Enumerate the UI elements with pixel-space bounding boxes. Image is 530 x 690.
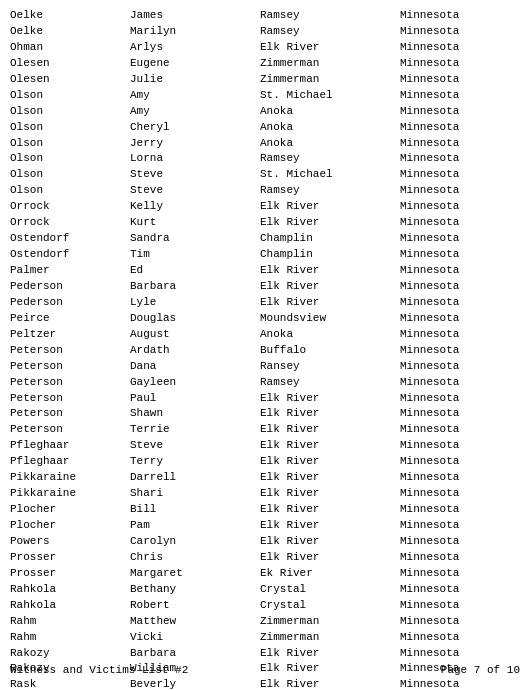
table-row: PetersonPaulElk RiverMinnesota [10,391,520,407]
table-row: OlsonAmySt. MichaelMinnesota [10,88,520,104]
table-row: OlesenJulieZimmermanMinnesota [10,72,520,88]
table-row: PikkaraineDarrellElk RiverMinnesota [10,470,520,486]
table-row: OhmanArlysElk RiverMinnesota [10,40,520,56]
table-row: RahkolaRobertCrystalMinnesota [10,598,520,614]
footer-title: Witness and Victims List #2 [10,664,188,676]
table-row: PowersCarolynElk RiverMinnesota [10,534,520,550]
table-row: ProsserChrisElk RiverMinnesota [10,550,520,566]
table-row: OlsonAmyAnokaMinnesota [10,104,520,120]
table-row: OstendorfTimChamplinMinnesota [10,247,520,263]
table-row: PeirceDouglasMoundsviewMinnesota [10,311,520,327]
footer-page: Page 7 of 10 [441,664,520,676]
table-row: PedersonBarbaraElk RiverMinnesota [10,279,520,295]
table-row: PetersonTerrieElk RiverMinnesota [10,422,520,438]
table-row: PlocherBillElk RiverMinnesota [10,502,520,518]
table-row: PlocherPamElk RiverMinnesota [10,518,520,534]
table-row: PfleghaarTerryElk RiverMinnesota [10,454,520,470]
table-row: OelkeJamesRamseyMinnesota [10,8,520,24]
table-row: RahmVickiZimmermanMinnesota [10,630,520,646]
table-row: PeltzerAugustAnokaMinnesota [10,327,520,343]
footer: Witness and Victims List #2 Page 7 of 10 [10,664,520,676]
table-row: PetersonShawnElk RiverMinnesota [10,406,520,422]
table-row: OlsonJerryAnokaMinnesota [10,136,520,152]
table-row: PfleghaarSteveElk RiverMinnesota [10,438,520,454]
table-row: ProsserMargaretEk RiverMinnesota [10,566,520,582]
table-row: OlsonSteveRamseyMinnesota [10,183,520,199]
table-row: PetersonArdathBuffaloMinnesota [10,343,520,359]
table-row: OlsonLornaRamseyMinnesota [10,151,520,167]
table-row: OlsonCherylAnokaMinnesota [10,120,520,136]
table-row: PalmerEdElk RiverMinnesota [10,263,520,279]
table-row: RaskBeverlyElk RiverMinnesota [10,677,520,690]
data-table: OelkeJamesRamseyMinnesotaOelkeMarilynRam… [10,8,520,690]
table-row: PetersonGayleenRamseyMinnesota [10,375,520,391]
table-row: RakozyBarbaraElk RiverMinnesota [10,646,520,662]
table-row: OlsonSteveSt. MichaelMinnesota [10,167,520,183]
table-row: OelkeMarilynRamseyMinnesota [10,24,520,40]
table-row: OstendorfSandraChamplinMinnesota [10,231,520,247]
table-row: PetersonDanaRanseyMinnesota [10,359,520,375]
table-row: OlesenEugeneZimmermanMinnesota [10,56,520,72]
table-row: PedersonLyleElk RiverMinnesota [10,295,520,311]
table-row: OrrockKellyElk RiverMinnesota [10,199,520,215]
table-row: OrrockKurtElk RiverMinnesota [10,215,520,231]
table-row: RahkolaBethanyCrystalMinnesota [10,582,520,598]
table-row: RahmMatthewZimmermanMinnesota [10,614,520,630]
table-row: PikkaraineShariElk RiverMinnesota [10,486,520,502]
